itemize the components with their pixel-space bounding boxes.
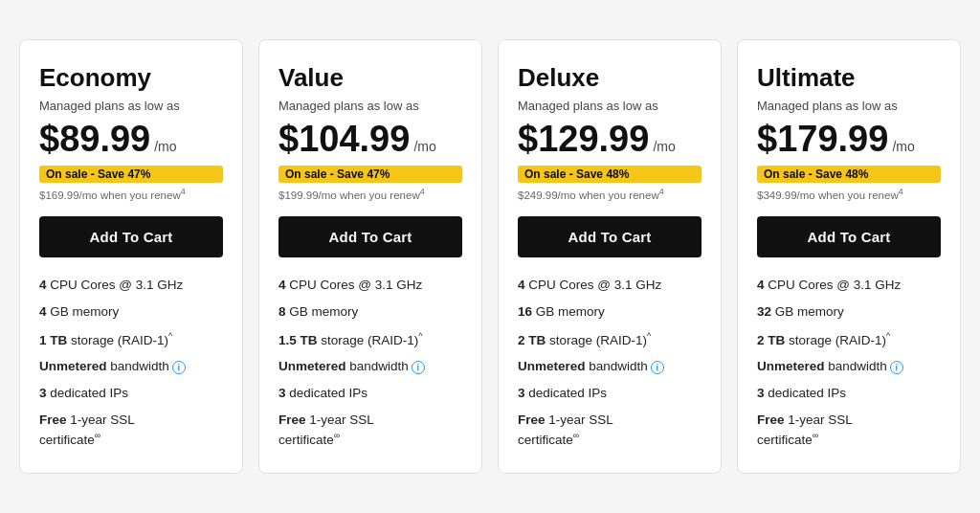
feature-item: Unmetered bandwidthi: [278, 358, 462, 376]
price-amount: $89.99: [39, 119, 150, 160]
price-row: $129.99/mo: [518, 119, 702, 160]
feature-item: 2 TB storage (RAID-1)^: [757, 330, 941, 349]
feature-item: 3 dedicated IPs: [39, 385, 223, 403]
feature-item: 2 TB storage (RAID-1)^: [518, 330, 702, 349]
features-list: 4 CPU Cores @ 3.1 GHz8 GB memory1.5 TB s…: [278, 277, 462, 449]
info-icon[interactable]: i: [412, 361, 425, 374]
plan-name: Economy: [39, 63, 223, 93]
plan-card-economy: EconomyManaged plans as low as$89.99/moO…: [19, 39, 243, 473]
feature-item: Free 1-year SSLcertificate∞: [39, 412, 223, 449]
feature-item: Unmetered bandwidthi: [757, 358, 941, 376]
feature-item: 3 dedicated IPs: [757, 385, 941, 403]
feature-item: Unmetered bandwidthi: [518, 358, 702, 376]
feature-item: Free 1-year SSLcertificate∞: [757, 412, 941, 449]
info-icon[interactable]: i: [890, 361, 903, 374]
price-amount: $104.99: [278, 119, 410, 160]
add-to-cart-button[interactable]: Add To Cart: [278, 216, 462, 257]
managed-text: Managed plans as low as: [757, 99, 941, 113]
sale-badge: On sale - Save 47%: [278, 166, 462, 183]
features-list: 4 CPU Cores @ 3.1 GHz32 GB memory2 TB st…: [757, 277, 941, 449]
plan-card-deluxe: DeluxeManaged plans as low as$129.99/moO…: [498, 39, 722, 473]
add-to-cart-button[interactable]: Add To Cart: [39, 216, 223, 257]
price-row: $104.99/mo: [278, 119, 462, 160]
price-per-month: /mo: [413, 139, 435, 154]
pricing-cards: EconomyManaged plans as low as$89.99/moO…: [19, 39, 961, 473]
feature-item: 1 TB storage (RAID-1)^: [39, 330, 223, 349]
plan-name: Ultimate: [757, 63, 941, 93]
info-icon[interactable]: i: [651, 361, 664, 374]
renew-text: $249.99/mo when you renew4: [518, 187, 702, 201]
price-amount: $129.99: [518, 119, 649, 160]
managed-text: Managed plans as low as: [518, 99, 702, 113]
feature-item: 8 GB memory: [278, 303, 462, 322]
price-per-month: /mo: [653, 139, 675, 154]
price-row: $179.99/mo: [757, 119, 941, 160]
features-list: 4 CPU Cores @ 3.1 GHz16 GB memory2 TB st…: [518, 277, 702, 449]
price-per-month: /mo: [154, 139, 176, 154]
features-list: 4 CPU Cores @ 3.1 GHz4 GB memory1 TB sto…: [39, 277, 223, 449]
info-icon[interactable]: i: [172, 361, 186, 374]
plan-card-value: ValueManaged plans as low as$104.99/moOn…: [258, 39, 482, 473]
feature-item: 4 GB memory: [39, 303, 223, 322]
sale-badge: On sale - Save 48%: [757, 166, 941, 183]
price-row: $89.99/mo: [39, 119, 223, 160]
feature-item: 1.5 TB storage (RAID-1)^: [278, 330, 462, 349]
feature-item: 4 CPU Cores @ 3.1 GHz: [518, 277, 702, 295]
feature-item: Free 1-year SSLcertificate∞: [518, 412, 702, 449]
feature-item: 3 dedicated IPs: [278, 385, 462, 403]
plan-name: Deluxe: [518, 63, 702, 93]
feature-item: 16 GB memory: [518, 303, 702, 322]
feature-item: Free 1-year SSLcertificate∞: [278, 412, 462, 449]
price-amount: $179.99: [757, 119, 888, 160]
renew-text: $169.99/mo when you renew4: [39, 187, 223, 201]
sale-badge: On sale - Save 47%: [39, 166, 223, 183]
renew-text: $199.99/mo when you renew4: [278, 187, 462, 201]
feature-item: Unmetered bandwidthi: [39, 358, 223, 376]
sale-badge: On sale - Save 48%: [518, 166, 702, 183]
plan-name: Value: [278, 63, 462, 93]
managed-text: Managed plans as low as: [39, 99, 223, 113]
plan-card-ultimate: UltimateManaged plans as low as$179.99/m…: [737, 39, 961, 473]
add-to-cart-button[interactable]: Add To Cart: [518, 216, 702, 257]
feature-item: 32 GB memory: [757, 303, 941, 322]
feature-item: 4 CPU Cores @ 3.1 GHz: [39, 277, 223, 295]
add-to-cart-button[interactable]: Add To Cart: [757, 216, 941, 257]
managed-text: Managed plans as low as: [278, 99, 462, 113]
feature-item: 4 CPU Cores @ 3.1 GHz: [757, 277, 941, 295]
feature-item: 4 CPU Cores @ 3.1 GHz: [278, 277, 462, 295]
renew-text: $349.99/mo when you renew4: [757, 187, 941, 201]
price-per-month: /mo: [892, 139, 914, 154]
feature-item: 3 dedicated IPs: [518, 385, 702, 403]
